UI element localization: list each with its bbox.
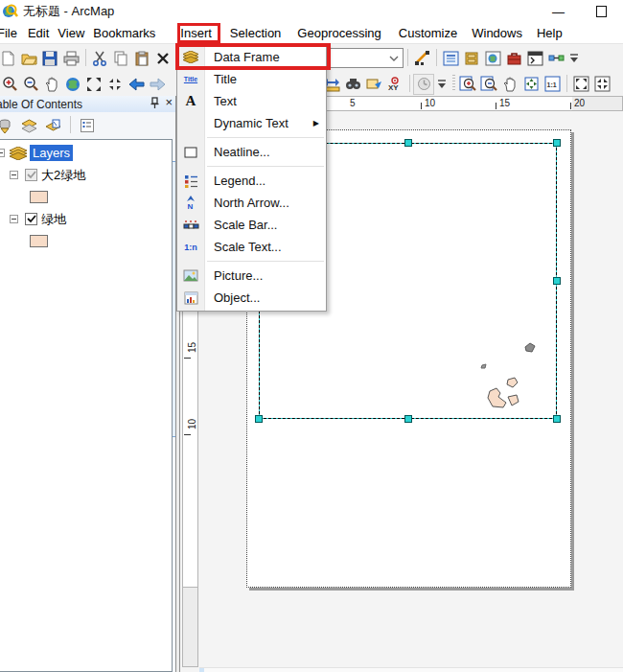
maximize-button[interactable] [580, 6, 623, 17]
table-of-contents-window-icon[interactable] [440, 48, 461, 69]
pan-icon[interactable] [41, 74, 62, 95]
copy-icon[interactable] [110, 48, 131, 69]
go-back-extent-icon[interactable] [126, 74, 147, 95]
title-icon: Title [184, 76, 197, 82]
search-window-icon[interactable] [482, 48, 503, 69]
window-title: 无标题 - ArcMap [23, 3, 114, 20]
find-icon[interactable] [342, 74, 363, 95]
full-extent-icon[interactable] [62, 74, 83, 95]
arcmap-app-icon [1, 3, 18, 20]
layer-2-checkbox[interactable] [25, 213, 37, 225]
tree-row-layer-1[interactable]: 大2绿地 [10, 166, 172, 184]
tree-row-layer-1-symbol[interactable] [30, 188, 172, 206]
menu-file[interactable]: File [0, 26, 17, 40]
collapse-icon[interactable] [0, 149, 5, 157]
menu-windows[interactable]: Windows [472, 26, 522, 40]
toc-options-icon[interactable] [77, 116, 98, 136]
menu-item-data-frame[interactable]: Data Frame [177, 46, 326, 68]
insert-menu-popup: Data Frame Title Title A Text Dynamic Te… [176, 43, 327, 312]
go-to-xy-icon[interactable]: XY [384, 74, 405, 95]
collapse-icon[interactable] [10, 215, 18, 223]
list-by-selection-icon[interactable] [42, 116, 63, 136]
selection-handle-se[interactable] [553, 415, 561, 423]
layer-1-label[interactable]: 大2绿地 [41, 167, 85, 184]
menu-item-neatline[interactable]: Neatline... [177, 141, 326, 163]
pin-icon[interactable] [150, 97, 159, 108]
paste-icon[interactable] [131, 48, 152, 69]
list-by-source-icon[interactable] [0, 116, 15, 136]
catalog-window-icon[interactable] [461, 48, 482, 69]
hyperlink-icon[interactable] [363, 74, 384, 95]
print-icon[interactable] [60, 48, 81, 69]
toolbar-options-icon[interactable] [434, 74, 450, 95]
north-arrow-icon: N [185, 196, 196, 210]
fixed-zoom-in-icon[interactable] [83, 74, 104, 95]
modelbuilder-window-icon[interactable] [545, 48, 566, 69]
menu-bar: File Edit View Bookmarks Insert Selectio… [0, 23, 623, 43]
python-window-icon[interactable] [524, 48, 545, 69]
delete-icon[interactable] [152, 48, 173, 69]
toc-toolbar [0, 114, 98, 137]
list-by-visibility-icon[interactable] [18, 116, 39, 136]
tree-row-layer-2[interactable]: 绿地 [10, 210, 172, 228]
selection-handle-ne[interactable] [553, 139, 561, 147]
horizontal-scrollbar[interactable] [199, 667, 623, 672]
selection-handle-s[interactable] [404, 415, 412, 423]
layers-root-label[interactable]: Layers [30, 145, 73, 161]
menu-help[interactable]: Help [537, 26, 563, 40]
menu-bookmarks[interactable]: Bookmarks [93, 26, 155, 40]
menu-item-text[interactable]: A Text [177, 90, 326, 112]
menu-customize[interactable]: Customize [399, 26, 457, 40]
layer-2-label[interactable]: 绿地 [41, 211, 66, 228]
menu-item-object[interactable]: Object... [177, 287, 326, 309]
menu-selection[interactable]: Selection [230, 26, 281, 40]
tree-row-layer-2-symbol[interactable] [30, 232, 172, 250]
layers-icon [9, 147, 28, 160]
menu-item-north-arrow[interactable]: N North Arrow... [177, 192, 326, 214]
toc-title: Table Of Contents [0, 98, 82, 111]
menu-item-dynamic-text[interactable]: Dynamic Text ▶ [177, 112, 326, 134]
menu-view[interactable]: View [58, 26, 84, 40]
zoom-100-percent-icon[interactable]: 1:1 [542, 74, 563, 95]
go-forward-extent-icon[interactable] [147, 74, 168, 95]
save-icon[interactable] [39, 48, 60, 69]
collapse-icon[interactable] [10, 171, 18, 179]
layer-2-symbol-swatch[interactable] [30, 235, 48, 247]
arctoolbox-window-icon[interactable] [503, 48, 524, 69]
close-icon[interactable]: × [165, 98, 173, 107]
zoom-in-icon[interactable] [0, 74, 20, 95]
menu-item-title[interactable]: Title Title [177, 68, 326, 90]
cut-icon[interactable] [89, 48, 110, 69]
selection-handle-n[interactable] [404, 139, 412, 147]
layout-toolbar-grip[interactable] [450, 75, 457, 94]
layer-1-symbol-swatch[interactable] [30, 191, 48, 203]
selection-handle-e[interactable] [553, 277, 561, 285]
time-slider-icon [413, 74, 434, 95]
menu-item-scale-text[interactable]: 1:n Scale Text... [177, 236, 326, 258]
selection-handle-sw[interactable] [255, 415, 263, 423]
menu-item-scale-bar[interactable]: Scale Bar... [177, 214, 326, 236]
v-ruler-label: 10 [187, 417, 197, 432]
map-scale-combo[interactable] [324, 48, 404, 68]
fixed-zoom-out-layout-icon[interactable] [591, 74, 612, 95]
menu-item-picture[interactable]: Picture... [177, 265, 326, 287]
zoom-out-icon[interactable] [20, 74, 41, 95]
zoom-out-layout-icon[interactable] [478, 74, 499, 95]
zoom-whole-page-icon[interactable] [520, 74, 542, 95]
open-icon[interactable] [18, 48, 39, 69]
data-frame-icon [182, 51, 199, 63]
menu-item-legend[interactable]: Legend... [177, 170, 326, 192]
minimize-button[interactable]: — [537, 5, 580, 19]
new-document-icon[interactable] [0, 48, 18, 69]
menu-insert[interactable]: Insert [180, 26, 212, 40]
zoom-in-layout-icon[interactable] [457, 74, 478, 95]
pan-layout-icon[interactable] [499, 74, 520, 95]
edit-sketch-properties-icon[interactable] [411, 48, 432, 69]
menu-edit[interactable]: Edit [28, 26, 49, 40]
fixed-zoom-out-icon[interactable] [104, 74, 126, 95]
toolbar-options-icon[interactable] [566, 48, 582, 69]
menu-geoprocessing[interactable]: Geoprocessing [297, 26, 381, 40]
layer-1-checkbox[interactable] [25, 169, 37, 181]
tree-row-layers[interactable]: Layers [0, 144, 172, 162]
fixed-zoom-in-layout-icon[interactable] [570, 74, 591, 95]
